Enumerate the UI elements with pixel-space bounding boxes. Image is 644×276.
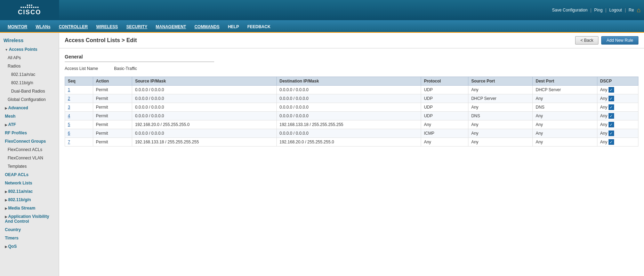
cell-src-ip-mask: 0.0.0.0 / 0.0.0.0 [132,129,276,138]
cell-dst-port: Any [533,138,597,147]
col-seq: Seq [65,77,93,86]
cell-src-port: Any [468,103,533,112]
nav-commands[interactable]: COMMANDS [190,22,224,33]
cell-dst-ip-mask: 0.0.0.0 / 0.0.0.0 [276,86,421,94]
page-title: Access Control Lists > Edit [65,37,137,44]
sidebar-item-mesh[interactable]: Mesh [0,112,59,120]
header-buttons: < Back Add New Rule [575,36,638,45]
nav-monitor[interactable]: MONITOR [3,22,31,33]
save-config-link[interactable]: Save Configuration [552,8,588,13]
seq-link[interactable]: 7 [68,140,70,144]
cell-src-ip-mask: 192.168.133.18 / 255.255.255.255 [132,138,276,147]
row-checkbox[interactable] [609,113,614,119]
nav-security[interactable]: SECURITY [122,22,152,33]
cell-protocol: Any [421,138,468,147]
sidebar-item-network-lists[interactable]: Network Lists [0,179,59,187]
cell-dst-ip-mask: 0.0.0.0 / 0.0.0.0 [276,112,421,120]
add-new-rule-button[interactable]: Add New Rule [601,36,638,45]
ping-link[interactable]: Ping [594,8,603,13]
sidebar-item-80211bgn[interactable]: 802.11b/g/n [0,79,59,87]
seq-link[interactable]: 1 [68,87,70,92]
sidebar-item-access-points[interactable]: Access Points [0,45,59,54]
cell-action: Permit [93,138,132,147]
col-action: Action [93,77,132,86]
sidebar-item-rf-profiles[interactable]: RF Profiles [0,129,59,137]
nav-help[interactable]: HELP [224,22,243,33]
cell-action: Permit [93,103,132,112]
sidebar-item-global-config[interactable]: Global Configuration [0,95,59,104]
back-button[interactable]: < Back [575,36,598,45]
sidebar-item-country[interactable]: Country [0,226,59,234]
cell-src-port: DHCP Server [468,94,533,103]
col-dst-ip-mask: Destination IP/Mask [276,77,421,86]
section-title-general: General [65,54,214,62]
nav-wireless[interactable]: WIRELESS [92,22,122,33]
sidebar-item-templates[interactable]: Templates [0,162,59,171]
row-checkbox[interactable] [609,122,614,127]
row-checkbox[interactable] [609,87,614,93]
sidebar-item-flexconnect-acls[interactable]: FlexConnect ACLs [0,145,59,154]
top-bar-left: CISCO [0,0,59,20]
cell-dscp: Any [597,120,638,129]
cell-dst-port: DHCP Server [533,86,597,94]
sidebar-item-80211bgn2[interactable]: 802.11b/g/n [0,196,59,204]
nav-feedback[interactable]: FEEDBACK [243,22,275,33]
sidebar-item-advanced[interactable]: Advanced [0,104,59,112]
cell-src-port: Any [468,138,533,147]
cell-action: Permit [93,129,132,138]
col-src-ip-mask: Source IP/Mask [132,77,276,86]
access-list-name-row: Access List Name Basic-Traffic [65,66,638,71]
acl-table-body: 1Permit0.0.0.0 / 0.0.0.00.0.0.0 / 0.0.0.… [65,86,638,147]
seq-link[interactable]: 4 [68,113,70,118]
cell-protocol: UDP [421,103,468,112]
logout-link[interactable]: Logout [609,8,622,13]
cell-action: Permit [93,86,132,94]
table-row: 3Permit0.0.0.0 / 0.0.0.00.0.0.0 / 0.0.0.… [65,103,638,112]
table-row: 1Permit0.0.0.0 / 0.0.0.00.0.0.0 / 0.0.0.… [65,86,638,94]
row-checkbox[interactable] [609,96,614,101]
nav-wlans[interactable]: WLANs [31,22,55,33]
col-dscp: DSCP [597,77,638,86]
seq-link[interactable]: 2 [68,96,70,101]
cell-protocol: UDP [421,112,468,120]
cell-action: Permit [93,94,132,103]
seq-link[interactable]: 6 [68,131,70,136]
nav-controller[interactable]: CONTROLLER [55,22,92,33]
cell-dst-port: Any [533,129,597,138]
sidebar-item-80211anac[interactable]: 802.11a/n/ac [0,70,59,79]
content-body: General Access List Name Basic-Traffic S… [59,48,644,152]
cell-protocol: Any [421,120,468,129]
home-icon[interactable]: ⌂ [637,7,641,14]
sidebar-item-atf[interactable]: ATF [0,120,59,129]
sidebar-item-flexconnect-groups[interactable]: FlexConnect Groups [0,137,59,145]
table-row: 6Permit0.0.0.0 / 0.0.0.00.0.0.0 / 0.0.0.… [65,129,638,138]
acl-table-header: Seq Action Source IP/Mask Destination IP… [65,77,638,86]
sidebar-item-avc[interactable]: Application Visibility And Control [0,212,59,226]
sidebar: Wireless Access Points All APs Radios 80… [0,33,59,276]
row-checkbox[interactable] [609,104,614,110]
sidebar-item-timers[interactable]: Timers [0,234,59,242]
sidebar-item-all-aps[interactable]: All APs [0,54,59,62]
sidebar-item-flexconnect-vlan[interactable]: FlexConnect VLAN [0,154,59,162]
cell-src-port: Any [468,120,533,129]
cell-dst-port: Any [533,94,597,103]
cell-dst-ip-mask: 0.0.0.0 / 0.0.0.0 [276,103,421,112]
sidebar-item-oeap-acls[interactable]: OEAP ACLs [0,171,59,179]
sidebar-item-media-stream[interactable]: Media Stream [0,204,59,212]
row-checkbox[interactable] [609,139,614,145]
seq-link[interactable]: 5 [68,122,70,127]
cisco-dots [18,5,41,6]
sidebar-item-qos[interactable]: QoS [0,242,59,251]
sidebar-item-80211anac2[interactable]: 802.11a/n/ac [0,187,59,196]
cell-src-port: DNS [468,112,533,120]
cell-src-ip-mask: 192.168.20.0 / 255.255.255.0 [132,120,276,129]
sidebar-item-dual-band[interactable]: Dual-Band Radios [0,87,59,95]
row-checkbox[interactable] [609,131,614,136]
sidebar-item-radios[interactable]: Radios [0,62,59,70]
access-list-name-value: Basic-Traffic [114,66,137,71]
nav-management[interactable]: MANAGEMENT [152,22,190,33]
seq-link[interactable]: 3 [68,105,70,110]
cell-seq: 1 [65,86,93,94]
re-link[interactable]: Re [629,8,634,13]
cell-seq: 6 [65,129,93,138]
